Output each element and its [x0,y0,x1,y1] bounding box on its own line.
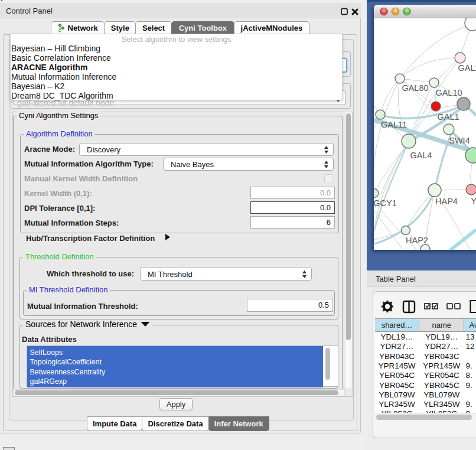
svg-text:HAP2: HAP2 [406,236,428,245]
svg-text:GAL2: GAL2 [458,63,476,73]
svg-text:GAL10: GAL10 [435,88,462,97]
svg-text:GCY1: GCY1 [374,198,397,208]
svg-text:SWI4: SWI4 [449,136,470,145]
svg-text:GAL80: GAL80 [402,83,428,93]
svg-text:GAL11: GAL11 [381,120,407,129]
svg-text:Y: Y [471,196,476,206]
svg-text:HAP4: HAP4 [435,197,458,206]
svg-text:GAL4: GAL4 [410,151,432,160]
svg-text:GAL1: GAL1 [437,112,459,122]
